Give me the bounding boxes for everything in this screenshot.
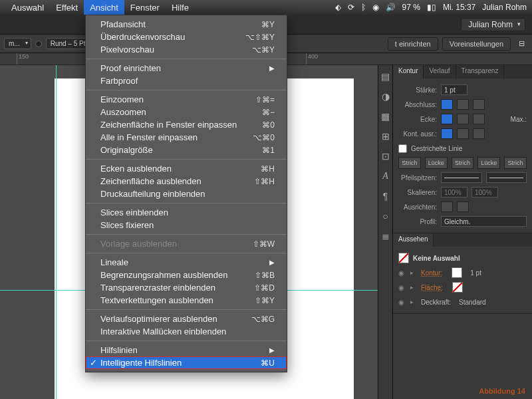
volume-icon: 🔊	[386, 3, 396, 12]
cap-projecting[interactable]	[473, 99, 485, 110]
menu-item[interactable]: Zeichenfläche ausblenden⇧⌘H	[86, 175, 287, 188]
dash-segment[interactable]: Lücke	[477, 157, 500, 169]
appearance-panel: Aussehen Keine Auswahl ◉▸Kontur:1 pt◉▸Fl…	[393, 233, 532, 314]
menu-item-label: Zeichenfläche ausblenden	[100, 176, 201, 186]
menu-item-label: Überdruckenvorschau	[100, 32, 185, 42]
color-icon[interactable]: ◑	[380, 90, 392, 102]
corner-bevel[interactable]	[473, 114, 485, 124]
menu-item[interactable]: Pixelvorschau⌥⌘Y	[86, 43, 287, 56]
type-icon[interactable]: A	[380, 170, 392, 182]
menu-item[interactable]: Überdruckenvorschau⌥⇧⌘Y	[86, 31, 287, 43]
menu-ansicht[interactable]: Ansicht	[84, 0, 124, 15]
tool-strip: ▤ ◑ ▦ ⊞ ⊡ A ¶ ○ ≣	[378, 65, 392, 399]
menu-item[interactable]: ✓Intelligente Hilfslinien⌘U	[86, 356, 287, 369]
dash-segment[interactable]: Strich	[398, 157, 421, 169]
menu-fenster[interactable]: Fenster	[124, 0, 166, 15]
arrow-start[interactable]	[441, 172, 482, 183]
menu-item[interactable]: Begrenzungsrahmen ausblenden⇧⌘B	[86, 269, 287, 281]
menu-item[interactable]: Slices einblenden	[86, 206, 287, 219]
scale-end[interactable]: 100%	[471, 187, 498, 198]
dash-segment[interactable]: Strich	[452, 157, 474, 169]
menu-item-label: Slices fixieren	[100, 220, 154, 230]
menu-item[interactable]: Zeichenfläche in Fenster einpassen⌘0	[86, 118, 287, 131]
menu-item[interactable]: Textverkettungen ausblenden⇧⌘Y	[86, 294, 287, 307]
corner-miter[interactable]	[441, 114, 453, 124]
menu-hilfe[interactable]: Hilfe	[166, 0, 195, 15]
appearance-swatch[interactable]	[452, 267, 462, 278]
properties-icon[interactable]: ▤	[380, 70, 392, 82]
align-inside[interactable]	[457, 128, 469, 139]
appearance-row[interactable]: ◉▸Deckkraft:Standard	[398, 295, 527, 309]
tab-gradient[interactable]: Verlauf	[424, 65, 456, 78]
layers-icon[interactable]: ≣	[380, 230, 392, 242]
menu-item[interactable]: Druckaufteilung einblenden	[86, 188, 287, 200]
menu-item[interactable]: Verlaufsoptimierer ausblenden⌥⌘G	[86, 313, 287, 325]
profile-field[interactable]: Gleichm.	[441, 216, 527, 227]
appearance-swatch[interactable]	[452, 282, 463, 293]
disclosure-icon[interactable]: ▸	[410, 269, 417, 276]
visibility-icon[interactable]: ◉	[398, 284, 406, 291]
menu-item[interactable]: Slices fixieren	[86, 219, 287, 231]
dropbox-icon: ⬖	[335, 3, 341, 12]
menu-item[interactable]: Auszoomen⌘−	[86, 106, 287, 118]
chip-fill[interactable]: m...	[4, 38, 31, 49]
shortcut: ⇧⌘H	[254, 177, 275, 186]
tab-transparency[interactable]: Transparenz	[456, 65, 505, 78]
menu-item[interactable]: Interaktive Mallücken einblenden	[86, 325, 287, 338]
menu-item[interactable]: Originalgröße⌘1	[86, 144, 287, 156]
align-outside[interactable]	[473, 128, 485, 139]
profile-label: Profil:	[398, 218, 437, 225]
cap-butt[interactable]	[441, 99, 453, 110]
prefs-button[interactable]: Voreinstellungen	[442, 37, 511, 51]
user-button[interactable]: Julian Rohm	[461, 18, 525, 31]
menu-item-label: Zeichenfläche in Fenster einpassen	[100, 120, 237, 130]
align-center[interactable]	[441, 128, 453, 139]
menu-item[interactable]: Transparenzraster einblenden⇧⌘D	[86, 281, 287, 294]
disclosure-icon[interactable]: ▸	[410, 299, 417, 305]
align-end[interactable]	[457, 201, 469, 212]
shortcut: ⌘−	[262, 108, 275, 117]
tab-appearance[interactable]: Aussehen	[393, 233, 434, 247]
max-label: Max.:	[511, 116, 527, 123]
appearance-value: 1 pt	[470, 269, 481, 277]
paragraph-icon[interactable]: ¶	[380, 190, 392, 202]
appearance-row[interactable]: ◉▸Fläche:	[398, 280, 527, 295]
dash-segment[interactable]: Lücke	[425, 157, 448, 169]
menu-item[interactable]: Farbproof	[86, 74, 287, 87]
arrow-end[interactable]	[486, 172, 527, 183]
corner-round[interactable]	[457, 114, 469, 124]
weight-field[interactable]: 1 pt	[441, 84, 467, 95]
symbols-icon[interactable]: ⊡	[380, 150, 392, 162]
visibility-icon[interactable]: ◉	[398, 299, 406, 306]
menu-item[interactable]: Lineale▶	[86, 256, 287, 269]
menu-item[interactable]: Hilfslinien▶	[86, 344, 287, 356]
menu-item-label: Textverkettungen ausblenden	[100, 295, 213, 305]
shortcut: ⌘U	[261, 358, 275, 368]
align-tip[interactable]	[441, 201, 453, 212]
guide-vertical[interactable]	[56, 65, 57, 399]
appearance-label: Fläche:	[421, 284, 443, 291]
menu-item[interactable]: Pfadansicht⌘Y	[86, 18, 287, 31]
scale-start[interactable]: 100%	[441, 187, 467, 198]
tab-stroke[interactable]: Kontur	[393, 65, 424, 78]
menu-auswahl[interactable]: Auswahl	[5, 0, 50, 15]
menu-item[interactable]: Ecken ausblenden⌘H	[86, 162, 287, 175]
wifi-icon: ◉	[372, 3, 379, 12]
opacity-icon[interactable]: ○	[380, 210, 392, 222]
swatches-icon[interactable]: ▦	[380, 110, 392, 122]
menu-item[interactable]: Proof einrichten▶	[86, 62, 287, 74]
visibility-icon[interactable]: ◉	[398, 269, 406, 277]
appearance-row[interactable]: ◉▸Kontur:1 pt	[398, 265, 527, 280]
shortcut: ⌘1	[262, 146, 275, 155]
shortcut: ⌘Y	[261, 20, 275, 29]
dash-segment[interactable]: Strich	[504, 157, 527, 169]
brushes-icon[interactable]: ⊞	[380, 130, 392, 142]
menu-item[interactable]: Alle in Fenster einpassen⌥⌘0	[86, 131, 287, 144]
setup-button[interactable]: t einrichten	[388, 37, 438, 51]
align-icon[interactable]: ⊟	[515, 39, 528, 48]
menu-item[interactable]: Einzoomen⇧⌘=	[86, 93, 287, 106]
dashed-checkbox[interactable]	[398, 144, 407, 153]
cap-round[interactable]	[457, 99, 469, 110]
menu-effekt[interactable]: Effekt	[50, 0, 84, 15]
disclosure-icon[interactable]: ▸	[410, 284, 417, 291]
